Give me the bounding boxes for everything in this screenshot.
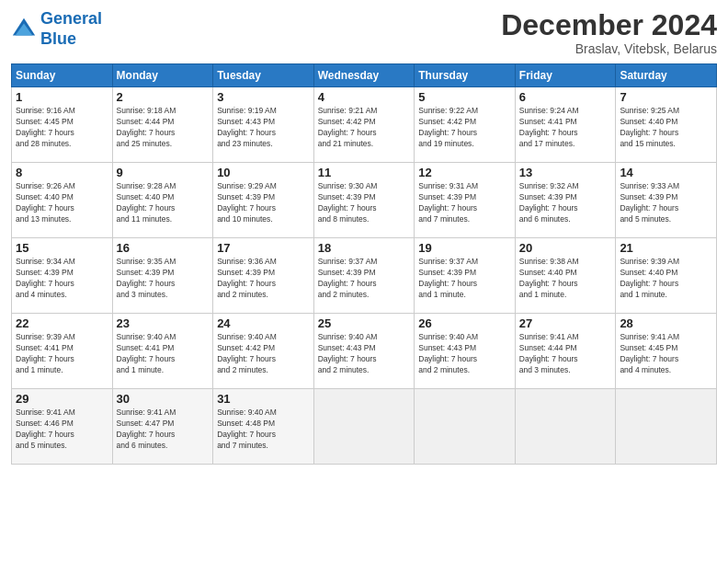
day-info: Sunrise: 9:25 AM Sunset: 4:40 PM Dayligh… <box>620 106 712 150</box>
day-info: Sunrise: 9:33 AM Sunset: 4:39 PM Dayligh… <box>620 181 712 225</box>
day-number: 6 <box>519 90 612 104</box>
calendar-cell: 29Sunrise: 9:41 AM Sunset: 4:46 PM Dayli… <box>12 389 113 465</box>
day-info: Sunrise: 9:26 AM Sunset: 4:40 PM Dayligh… <box>16 181 108 225</box>
day-number: 20 <box>519 241 612 255</box>
day-number: 11 <box>318 166 411 179</box>
day-number: 17 <box>217 241 310 255</box>
calendar-cell: 30Sunrise: 9:41 AM Sunset: 4:47 PM Dayli… <box>112 389 213 465</box>
logo-line2: Blue <box>40 29 76 48</box>
day-number: 5 <box>418 90 511 104</box>
day-number: 10 <box>217 166 310 179</box>
day-info: Sunrise: 9:41 AM Sunset: 4:47 PM Dayligh… <box>117 408 210 452</box>
day-info: Sunrise: 9:37 AM Sunset: 4:39 PM Dayligh… <box>318 257 411 301</box>
calendar-cell: 24Sunrise: 9:40 AM Sunset: 4:42 PM Dayli… <box>213 314 314 389</box>
calendar-cell: 20Sunrise: 9:38 AM Sunset: 4:40 PM Dayli… <box>515 238 616 314</box>
day-info: Sunrise: 9:40 AM Sunset: 4:43 PM Dayligh… <box>318 332 411 376</box>
day-number: 30 <box>117 392 210 406</box>
day-info: Sunrise: 9:38 AM Sunset: 4:40 PM Dayligh… <box>519 257 612 301</box>
day-number: 3 <box>217 90 310 104</box>
day-number: 9 <box>117 166 210 179</box>
calendar-cell: 26Sunrise: 9:40 AM Sunset: 4:43 PM Dayli… <box>415 314 516 389</box>
calendar-cell: 8Sunrise: 9:26 AM Sunset: 4:40 PM Daylig… <box>12 163 113 238</box>
day-number: 26 <box>418 316 511 330</box>
day-info: Sunrise: 9:32 AM Sunset: 4:39 PM Dayligh… <box>519 181 612 225</box>
logo-icon <box>11 17 37 42</box>
calendar-week-4: 22Sunrise: 9:39 AM Sunset: 4:41 PM Dayli… <box>12 314 717 389</box>
calendar-cell: 12Sunrise: 9:31 AM Sunset: 4:39 PM Dayli… <box>415 163 516 238</box>
day-info: Sunrise: 9:35 AM Sunset: 4:39 PM Dayligh… <box>117 257 210 301</box>
calendar-week-3: 15Sunrise: 9:34 AM Sunset: 4:39 PM Dayli… <box>12 238 717 314</box>
calendar-cell: 21Sunrise: 9:39 AM Sunset: 4:40 PM Dayli… <box>616 238 717 314</box>
day-number: 28 <box>620 316 712 330</box>
logo-line1: General <box>40 9 102 28</box>
day-number: 31 <box>217 392 310 406</box>
col-sunday: Sunday <box>12 64 113 87</box>
calendar-cell: 15Sunrise: 9:34 AM Sunset: 4:39 PM Dayli… <box>12 238 113 314</box>
day-info: Sunrise: 9:29 AM Sunset: 4:39 PM Dayligh… <box>217 181 310 225</box>
day-info: Sunrise: 9:37 AM Sunset: 4:39 PM Dayligh… <box>418 257 511 301</box>
calendar-cell: 17Sunrise: 9:36 AM Sunset: 4:39 PM Dayli… <box>213 238 314 314</box>
calendar-cell: 7Sunrise: 9:25 AM Sunset: 4:40 PM Daylig… <box>616 87 717 163</box>
day-info: Sunrise: 9:31 AM Sunset: 4:39 PM Dayligh… <box>418 181 511 225</box>
day-info: Sunrise: 9:22 AM Sunset: 4:42 PM Dayligh… <box>418 106 511 150</box>
col-wednesday: Wednesday <box>313 64 415 87</box>
day-info: Sunrise: 9:41 AM Sunset: 4:45 PM Dayligh… <box>620 332 712 376</box>
day-number: 16 <box>117 241 210 255</box>
day-info: Sunrise: 9:36 AM Sunset: 4:39 PM Dayligh… <box>217 257 310 301</box>
col-monday: Monday <box>112 64 213 87</box>
day-info: Sunrise: 9:34 AM Sunset: 4:39 PM Dayligh… <box>16 257 108 301</box>
logo-text: General Blue <box>40 9 102 49</box>
day-info: Sunrise: 9:30 AM Sunset: 4:39 PM Dayligh… <box>318 181 411 225</box>
day-number: 23 <box>117 316 210 330</box>
day-number: 21 <box>620 241 712 255</box>
calendar-week-2: 8Sunrise: 9:26 AM Sunset: 4:40 PM Daylig… <box>12 163 717 238</box>
day-number: 22 <box>16 316 108 330</box>
calendar-cell <box>415 389 516 465</box>
day-number: 25 <box>318 316 411 330</box>
day-number: 7 <box>620 90 712 104</box>
day-info: Sunrise: 9:24 AM Sunset: 4:41 PM Dayligh… <box>519 106 612 150</box>
day-number: 24 <box>217 316 310 330</box>
day-info: Sunrise: 9:40 AM Sunset: 4:41 PM Dayligh… <box>117 332 210 376</box>
col-saturday: Saturday <box>616 64 717 87</box>
day-info: Sunrise: 9:28 AM Sunset: 4:40 PM Dayligh… <box>117 181 210 225</box>
day-number: 19 <box>418 241 511 255</box>
title-block: December 2024 Braslav, Vitebsk, Belarus <box>501 9 717 56</box>
calendar-week-1: 1Sunrise: 9:16 AM Sunset: 4:45 PM Daylig… <box>12 87 717 163</box>
day-number: 18 <box>318 241 411 255</box>
calendar-cell: 13Sunrise: 9:32 AM Sunset: 4:39 PM Dayli… <box>515 163 616 238</box>
day-number: 29 <box>16 392 108 406</box>
day-info: Sunrise: 9:18 AM Sunset: 4:44 PM Dayligh… <box>117 106 210 150</box>
calendar-cell: 5Sunrise: 9:22 AM Sunset: 4:42 PM Daylig… <box>415 87 516 163</box>
calendar-cell: 31Sunrise: 9:40 AM Sunset: 4:48 PM Dayli… <box>213 389 314 465</box>
calendar-cell: 1Sunrise: 9:16 AM Sunset: 4:45 PM Daylig… <box>12 87 113 163</box>
calendar-cell: 27Sunrise: 9:41 AM Sunset: 4:44 PM Dayli… <box>515 314 616 389</box>
calendar-cell: 18Sunrise: 9:37 AM Sunset: 4:39 PM Dayli… <box>313 238 415 314</box>
month-title: December 2024 <box>501 9 717 41</box>
day-info: Sunrise: 9:39 AM Sunset: 4:40 PM Dayligh… <box>620 257 712 301</box>
day-number: 14 <box>620 166 712 179</box>
day-info: Sunrise: 9:41 AM Sunset: 4:44 PM Dayligh… <box>519 332 612 376</box>
calendar-cell: 11Sunrise: 9:30 AM Sunset: 4:39 PM Dayli… <box>313 163 415 238</box>
day-info: Sunrise: 9:19 AM Sunset: 4:43 PM Dayligh… <box>217 106 310 150</box>
calendar-cell: 4Sunrise: 9:21 AM Sunset: 4:42 PM Daylig… <box>313 87 415 163</box>
day-info: Sunrise: 9:39 AM Sunset: 4:41 PM Dayligh… <box>16 332 108 376</box>
day-info: Sunrise: 9:40 AM Sunset: 4:42 PM Dayligh… <box>217 332 310 376</box>
calendar-cell: 2Sunrise: 9:18 AM Sunset: 4:44 PM Daylig… <box>112 87 213 163</box>
day-number: 15 <box>16 241 108 255</box>
calendar-cell: 10Sunrise: 9:29 AM Sunset: 4:39 PM Dayli… <box>213 163 314 238</box>
calendar-cell: 14Sunrise: 9:33 AM Sunset: 4:39 PM Dayli… <box>616 163 717 238</box>
calendar-cell <box>515 389 616 465</box>
calendar-cell: 28Sunrise: 9:41 AM Sunset: 4:45 PM Dayli… <box>616 314 717 389</box>
day-info: Sunrise: 9:41 AM Sunset: 4:46 PM Dayligh… <box>16 408 108 452</box>
logo: General Blue <box>11 9 102 49</box>
location-subtitle: Braslav, Vitebsk, Belarus <box>501 41 717 56</box>
calendar-cell: 23Sunrise: 9:40 AM Sunset: 4:41 PM Dayli… <box>112 314 213 389</box>
col-thursday: Thursday <box>415 64 516 87</box>
day-info: Sunrise: 9:40 AM Sunset: 4:43 PM Dayligh… <box>418 332 511 376</box>
calendar-cell: 3Sunrise: 9:19 AM Sunset: 4:43 PM Daylig… <box>213 87 314 163</box>
day-number: 1 <box>16 90 108 104</box>
day-number: 4 <box>318 90 411 104</box>
header: General Blue December 2024 Braslav, Vite… <box>11 9 717 56</box>
calendar-cell: 16Sunrise: 9:35 AM Sunset: 4:39 PM Dayli… <box>112 238 213 314</box>
